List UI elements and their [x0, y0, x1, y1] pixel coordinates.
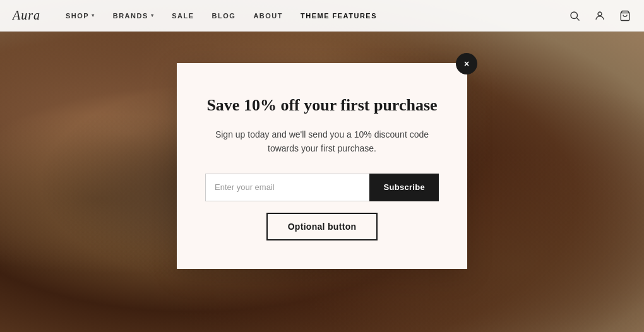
- email-input[interactable]: [205, 174, 369, 201]
- modal-title: Save 10% off your first purchase: [205, 95, 439, 116]
- optional-button[interactable]: Optional button: [266, 213, 378, 240]
- modal-close-button[interactable]: ×: [456, 53, 477, 74]
- modal-form: Subscribe: [205, 174, 439, 201]
- subscribe-button[interactable]: Subscribe: [369, 174, 439, 201]
- modal-description: Sign up today and we'll send you a 10% d…: [205, 127, 439, 156]
- modal-popup: × Save 10% off your first purchase Sign …: [177, 63, 467, 269]
- modal-overlay: × Save 10% off your first purchase Sign …: [0, 0, 644, 332]
